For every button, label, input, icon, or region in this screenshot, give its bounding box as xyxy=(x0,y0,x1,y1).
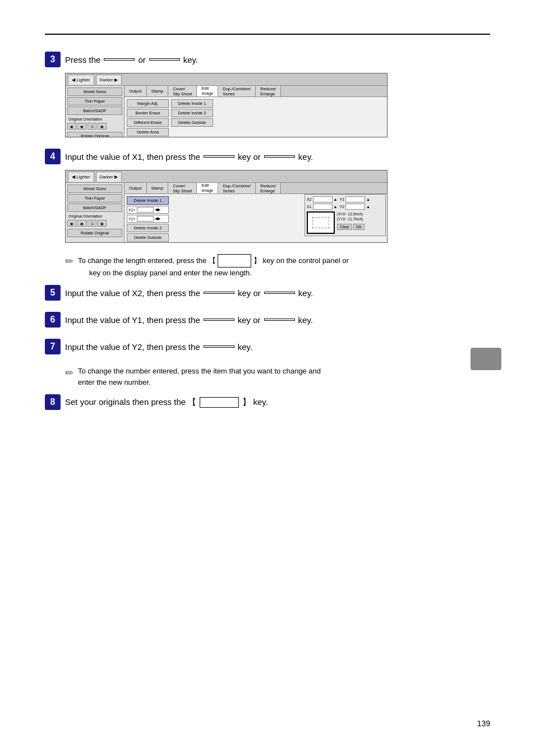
ui2-xy-left: X2 ▲ X1 ▲ xyxy=(307,196,338,210)
step8-text-after: 】 key. xyxy=(242,397,268,408)
step6-or: key or xyxy=(238,315,261,325)
ui2-diagram-area: (X=3~ 12.0inch) (Y=3~ 11.7inch) Clear OK xyxy=(307,211,384,234)
ui2-clear-btn[interactable]: Clear xyxy=(337,224,352,230)
ui2-x1-arrows: ◀▶ xyxy=(155,208,160,212)
ui1-margin: Margin Adj. xyxy=(127,99,169,108)
pencil-icon-1: ✏ xyxy=(65,255,73,268)
ui1-top-bar: ◀ Lighter Darker ▶ xyxy=(66,73,387,86)
right-side-tab xyxy=(471,348,501,370)
ui2-y1-row: Y1= ◀▶ xyxy=(127,215,169,223)
note1-text1: To change the length entered, press the … xyxy=(78,256,216,265)
step5-block: 5 Input the value of X2, then press the … xyxy=(45,285,490,301)
ui1-tab-lighter: ◀ Lighter xyxy=(68,75,94,85)
step7-header: 7 Input the value of Y2, then press the … xyxy=(45,339,490,354)
ui2-tab-edit: EditImage xyxy=(197,183,218,193)
step6-number: 6 xyxy=(45,312,61,328)
ui1-tab-darker: Darker ▶ xyxy=(96,75,122,85)
ui2-y1-field xyxy=(137,216,154,222)
ui2-tab-dup: Dup./Combine/Series xyxy=(218,183,256,193)
ui1-delete-inside2: Delete Inside 2 xyxy=(171,109,213,117)
step7-key1 xyxy=(204,345,234,348)
note1-block: ✏ To change the length entered, press th… xyxy=(65,254,490,278)
step6-key1 xyxy=(204,319,234,321)
ui2-y1r-arrow: ▲ xyxy=(366,197,370,201)
step4-or: key or xyxy=(238,152,261,162)
ui2-xy-fields: X2 ▲ X1 ▲ xyxy=(307,196,384,210)
page-container: 3 Press the or key. ◀ Lighter Darker ▶ xyxy=(0,0,535,756)
ui1-orient-icon4: ▣ xyxy=(98,123,107,130)
step3-number: 3 xyxy=(45,52,61,67)
step5-key1 xyxy=(204,292,234,294)
ui2-ok-btn[interactable]: OK xyxy=(353,224,365,230)
step5-text-main: Input the value of X2, then press the xyxy=(65,288,200,298)
ui2-x1r-row: X1 ▲ xyxy=(307,204,338,210)
step5-text: Input the value of X2, then press the ke… xyxy=(65,288,313,298)
step4-number: 4 xyxy=(45,149,61,164)
ui2-tab-cover: Cover/Slip Sheet xyxy=(168,183,197,193)
ui2-range-area: (X=3~ 12.0inch) (Y=3~ 11.7inch) Clear OK xyxy=(337,211,365,230)
ui2-x2-label: X2 xyxy=(307,197,312,201)
ui2-delete-inside2: Delete Inside 2 xyxy=(127,224,169,232)
ui2-btn-row: Clear OK xyxy=(337,224,365,230)
note1-text: To change the length entered, press the … xyxy=(78,254,349,278)
step8-text: Set your originals then press the 【 】 ke… xyxy=(65,397,268,408)
ui2-y2-row: Y2 ▲ xyxy=(340,204,371,210)
ui1-tab-bar: Output Stamp Cover/Slip Sheet EditImage … xyxy=(124,86,387,97)
ui2-tab-stamp: Stamp xyxy=(147,183,169,193)
ui2-btn-mixed: Mixed Sizes xyxy=(67,185,122,193)
step7-block: 7 Input the value of Y2, then press the … xyxy=(45,339,490,354)
step6-header: 6 Input the value of Y1, then press the … xyxy=(45,312,490,328)
ui2-body: Mixed Sizes Thin Paper Batch/SADF Origin… xyxy=(66,183,387,242)
note2-block: ✏ To change the number entered, press th… xyxy=(65,366,490,388)
ui1-tab-dup: Dup./Combine/Series xyxy=(218,86,256,96)
step6-key2 xyxy=(264,319,295,321)
step5-or: key or xyxy=(238,288,261,298)
ui1-orient-icon1: ▣ xyxy=(67,123,76,130)
ui1-tab-edit: EditImage xyxy=(197,86,218,96)
step6-block: 6 Input the value of Y1, then press the … xyxy=(45,312,490,328)
step8-key xyxy=(200,397,239,408)
step5-header: 5 Input the value of X2, then press the … xyxy=(45,285,490,301)
ui1-btn-rotate: Rotate Original xyxy=(67,132,122,137)
ui2-content: Delete Inside 1 X1= ◀▶ Y1= ◀▶ xyxy=(124,194,387,243)
step7-text: Input the value of Y2, then press the ke… xyxy=(65,342,252,352)
ui2-orient-icons: ▣ ▣ ☑ ▣ xyxy=(67,220,122,227)
step7-key-suffix: key. xyxy=(238,342,252,352)
ui1-orient-icon3: ☑ xyxy=(87,123,96,130)
ui1-delete-inside1: Delete Inside 1 xyxy=(171,99,213,108)
ui2-diagram-inner xyxy=(312,217,329,228)
ui2-delete-outside: Delete Outside xyxy=(127,233,169,242)
ui2-x1r-label: X1 xyxy=(307,205,312,209)
ui1-darker-label: Darker ▶ xyxy=(100,77,118,82)
step3-text-after: key. xyxy=(183,55,198,64)
ui2-x1-field xyxy=(137,207,154,213)
ui1-body: Mixed Sizes Thin Paper Batch/SADF Origin… xyxy=(66,86,387,137)
top-divider xyxy=(45,34,490,35)
step4-key2 xyxy=(264,155,295,158)
ui2-tab-darker: Darker ▶ xyxy=(96,172,122,182)
ui2-range-y: (Y=3~ 11.7inch) xyxy=(337,217,363,221)
ui1-tab-reduce: Reduce/Enlarge xyxy=(256,86,281,96)
step4-key-suffix: key. xyxy=(298,152,313,162)
note1-text2: 】 key on the control panel or xyxy=(253,256,349,265)
ui2-xy-panel: X2 ▲ X1 ▲ xyxy=(305,194,386,236)
ui1-orient-icon2: ▣ xyxy=(77,123,86,130)
step6-key-suffix: key. xyxy=(298,315,313,325)
ui2-y1r-field xyxy=(345,196,365,202)
step3-text: Press the or key. xyxy=(65,55,198,64)
ui1-main: Output Stamp Cover/Slip Sheet EditImage … xyxy=(124,86,387,137)
ui1-col1: Margin Adj. Border Erase Different Erase… xyxy=(127,99,169,137)
ui2-main: Output Stamp Cover/Slip Sheet EditImage … xyxy=(124,183,387,242)
ui2-y1-arrows: ◀▶ xyxy=(155,216,160,221)
ui2-top-bar: ◀ Lighter Darker ▶ xyxy=(66,170,387,183)
ui2-orient-icon4: ▣ xyxy=(98,220,107,227)
step3-block: 3 Press the or key. ◀ Lighter Darker ▶ xyxy=(45,52,490,137)
step7-text-main: Input the value of Y2, then press the xyxy=(65,342,200,352)
ui1-orient-icons: ▣ ▣ ☑ ▣ xyxy=(67,123,122,130)
ui1-delete-outside: Delete Outside xyxy=(171,118,213,127)
ui2-x1r-field xyxy=(313,204,333,210)
step3-header: 3 Press the or key. xyxy=(45,52,490,67)
ui2-x2-arrow: ▲ xyxy=(334,197,338,201)
ui1-tab-output: Output xyxy=(124,86,147,96)
ui2-tab-output: Output xyxy=(124,183,147,193)
